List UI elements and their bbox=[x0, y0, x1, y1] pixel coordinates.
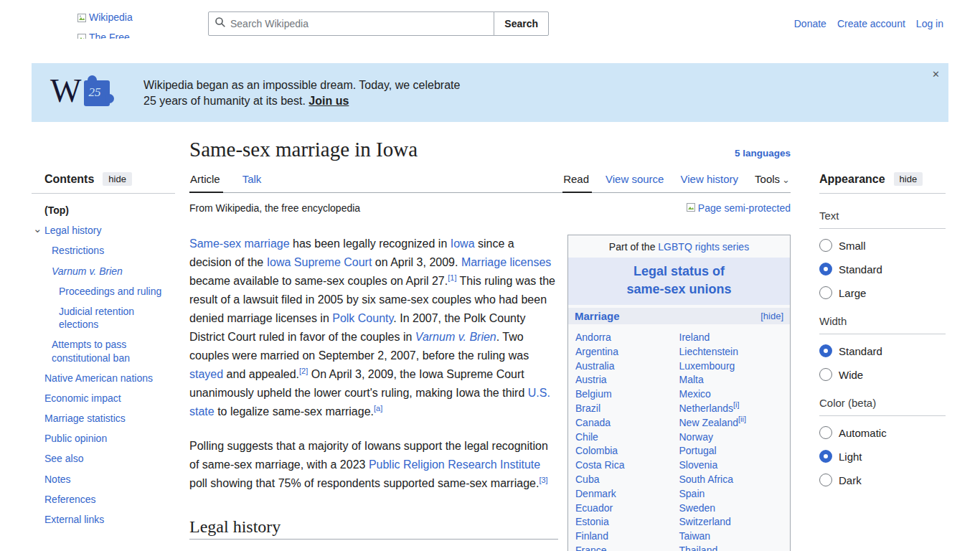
join-us-link[interactable]: Join us bbox=[308, 95, 349, 107]
country-link[interactable]: Norway bbox=[679, 431, 713, 443]
tab[interactable]: Read bbox=[562, 170, 592, 193]
toc-item[interactable]: Public opinion bbox=[32, 432, 175, 445]
country-link[interactable]: Canada bbox=[575, 417, 611, 428]
radio-option[interactable]: Dark bbox=[819, 474, 946, 486]
marriage-link[interactable]: Marriage bbox=[575, 310, 620, 322]
header-link[interactable]: Donate bbox=[794, 18, 826, 29]
radio-option[interactable]: Large bbox=[819, 286, 946, 299]
country-link[interactable]: Brazil bbox=[575, 402, 600, 414]
country-link[interactable]: Liechtenstein bbox=[679, 346, 739, 357]
hide-link[interactable]: [hide] bbox=[760, 311, 783, 321]
toc-item[interactable]: Marriage statistics bbox=[32, 412, 175, 425]
country-row: Luxembourg bbox=[679, 359, 783, 374]
radio-option[interactable]: Light bbox=[819, 450, 946, 463]
header-link[interactable]: Create account bbox=[837, 18, 905, 29]
search-input[interactable] bbox=[230, 18, 488, 29]
search-field[interactable] bbox=[208, 11, 494, 36]
country-link[interactable]: Malta bbox=[679, 374, 704, 385]
article-content: Same-sex marriage has been legally recog… bbox=[189, 235, 791, 551]
inline-link[interactable]: [2] bbox=[299, 367, 308, 375]
inline-link[interactable]: [a] bbox=[374, 404, 382, 413]
radio-option[interactable]: Wide bbox=[819, 368, 946, 381]
hide-button[interactable]: hide bbox=[103, 172, 132, 186]
country-link[interactable]: France bbox=[575, 545, 607, 551]
inline-link[interactable]: Public Religion Research Institute bbox=[369, 458, 540, 471]
country-link[interactable]: Austria bbox=[575, 374, 607, 385]
country-link[interactable]: Ireland bbox=[679, 331, 710, 343]
inline-link[interactable]: Polk County bbox=[332, 312, 393, 324]
country-link[interactable]: Luxembourg bbox=[679, 360, 735, 372]
footnote-ref[interactable]: [ii] bbox=[738, 415, 746, 423]
inline-link[interactable]: [3] bbox=[539, 476, 547, 484]
country-link[interactable]: Switzerland bbox=[679, 516, 731, 527]
toc-item[interactable]: Restrictions bbox=[32, 244, 175, 257]
country-link[interactable]: Argentina bbox=[575, 346, 618, 357]
country-link[interactable]: Costa Rica bbox=[575, 459, 624, 471]
tab[interactable]: Tools⌄ bbox=[754, 170, 791, 193]
country-link[interactable]: Taiwan bbox=[679, 530, 711, 542]
wikipedia-logo[interactable]: Wikipedia The Free bbox=[77, 9, 133, 39]
protection-label[interactable]: Page semi-protected bbox=[698, 202, 791, 214]
inline-link[interactable]: stayed bbox=[189, 368, 223, 380]
country-link[interactable]: Belgium bbox=[575, 388, 612, 400]
toc-item[interactable]: ⌄ Legal history bbox=[32, 224, 175, 237]
country-link[interactable]: Estonia bbox=[575, 516, 609, 527]
toc-item[interactable]: See also bbox=[32, 452, 175, 465]
appearance-title: Appearance bbox=[819, 173, 885, 186]
tab[interactable]: View source bbox=[605, 170, 666, 193]
close-icon[interactable]: ✕ bbox=[932, 69, 940, 80]
country-link[interactable]: Sweden bbox=[679, 502, 716, 514]
country-link[interactable]: Australia bbox=[575, 360, 614, 372]
toc-item[interactable]: Attempts to pass constitutional ban bbox=[32, 338, 175, 364]
toc-item[interactable]: (Top) bbox=[32, 204, 175, 217]
chevron-down-icon[interactable]: ⌄ bbox=[33, 222, 42, 236]
radio-option[interactable]: Small bbox=[819, 239, 946, 252]
country-link[interactable]: Ecuador bbox=[575, 502, 613, 514]
hide-button[interactable]: hide bbox=[894, 172, 923, 186]
toc-item[interactable]: External links bbox=[32, 513, 175, 526]
toc-item-label: Judicial retention elections bbox=[59, 306, 134, 330]
country-link[interactable]: New Zealand bbox=[679, 417, 739, 428]
toc-item[interactable]: Native American nations bbox=[32, 372, 175, 385]
country-link[interactable]: Slovenia bbox=[679, 459, 718, 471]
footnote-ref[interactable]: [i] bbox=[733, 400, 740, 409]
country-link[interactable]: South Africa bbox=[679, 474, 734, 485]
series-link[interactable]: LGBTQ rights series bbox=[658, 241, 749, 253]
tab[interactable]: Article bbox=[189, 170, 223, 193]
toc-item[interactable]: References bbox=[32, 493, 175, 506]
country-link[interactable]: Denmark bbox=[575, 488, 616, 499]
tab[interactable]: Talk bbox=[242, 170, 265, 193]
inline-link[interactable]: Iowa bbox=[451, 237, 475, 250]
search-button[interactable]: Search bbox=[494, 11, 549, 36]
appearance-section-width: Width StandardWide bbox=[819, 315, 946, 381]
inline-link[interactable]: Iowa Supreme Court bbox=[267, 256, 372, 268]
languages-button[interactable]: 5 languages bbox=[735, 148, 791, 161]
country-link[interactable]: Mexico bbox=[679, 388, 711, 400]
radio-option[interactable]: Standard bbox=[819, 344, 946, 357]
toc-item[interactable]: Notes bbox=[32, 473, 175, 486]
header-link[interactable]: Log in bbox=[916, 18, 943, 29]
country-link[interactable]: Thailand bbox=[679, 545, 718, 551]
inline-link[interactable]: Marriage licenses bbox=[461, 256, 551, 268]
radio-icon bbox=[819, 368, 832, 381]
country-link[interactable]: Spain bbox=[679, 488, 705, 499]
inline-link[interactable]: [1] bbox=[448, 273, 456, 282]
country-link[interactable]: Finland bbox=[575, 530, 608, 542]
toc-item[interactable]: Varnum v. Brien bbox=[32, 265, 175, 278]
country-link[interactable]: Andorra bbox=[575, 331, 611, 343]
country-link[interactable]: Chile bbox=[575, 431, 598, 443]
inline-link[interactable]: Same-sex marriage bbox=[189, 237, 290, 250]
radio-option[interactable]: Standard bbox=[819, 263, 946, 276]
toc-item[interactable]: Economic impact bbox=[32, 392, 175, 405]
page-protection[interactable]: Page semi-protected bbox=[687, 202, 791, 214]
inline-link[interactable]: Varnum v. Brien bbox=[415, 331, 496, 343]
toc-item[interactable]: Proceedings and ruling bbox=[32, 285, 175, 298]
country-link[interactable]: Netherlands bbox=[679, 402, 734, 414]
country-link[interactable]: Cuba bbox=[575, 474, 599, 485]
country-link[interactable]: Colombia bbox=[575, 445, 618, 456]
radio-option[interactable]: Automatic bbox=[819, 426, 946, 439]
tab[interactable]: View history bbox=[679, 170, 741, 193]
country-link[interactable]: Portugal bbox=[679, 445, 717, 456]
infobox-title[interactable]: Legal status of same-sex unions bbox=[568, 258, 790, 305]
toc-item[interactable]: Judicial retention elections bbox=[32, 305, 175, 331]
